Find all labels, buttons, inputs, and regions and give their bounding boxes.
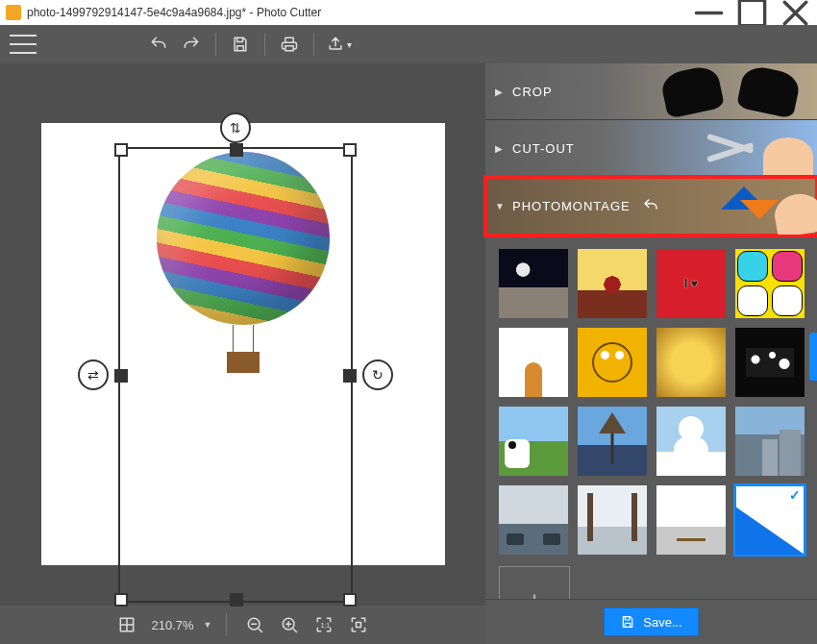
resize-handle-w[interactable] [114,369,128,383]
resize-handle-n[interactable] [230,143,243,157]
window-title: photo-1499792914147-5e4c9a4a9684.jpg* - … [27,6,687,19]
background-thumbnails: + [485,235,817,599]
status-bar: 210.7% ▼ 1:1 [0,606,485,644]
app-icon [6,5,21,20]
share-button[interactable]: ▾ [322,25,355,63]
panel-photomontage-label: PHOTOMONTAGE [512,199,631,213]
resize-handle-sw[interactable] [114,593,128,607]
background-thumb-blank-blue[interactable] [735,485,805,555]
background-thumb-winter-trees[interactable] [578,485,647,555]
resize-handle-e[interactable] [343,369,357,383]
save-icon-button[interactable] [224,25,257,63]
toolbar-divider [215,33,216,56]
flip-vertical-button[interactable]: ⇅ [220,112,251,143]
resize-handle-nw[interactable] [114,143,128,157]
redo-button[interactable] [175,25,208,63]
panel-crop[interactable]: ▶ CROP [485,63,817,120]
grid-toggle-button[interactable] [112,606,141,644]
save-button-label: Save... [643,615,681,630]
crop-illustration [644,63,817,119]
background-thumb-paparazzi[interactable] [735,328,805,397]
zoom-level: 210.7% [151,618,193,632]
background-thumb-tree-sunset[interactable] [578,249,647,318]
selection-box[interactable]: ⇅ ⇄ ↻ [118,147,353,603]
minimize-button[interactable] [687,0,730,25]
reset-photomontage-button[interactable] [642,197,659,214]
side-panel: ▶ CROP ▶ CUT-OUT ▼ PHOTOMONTAGE + [485,63,817,644]
menu-button[interactable] [10,35,37,54]
titlebar: photo-1499792914147-5e4c9a4a9684.jpg* - … [0,0,817,25]
statusbar-divider [226,613,227,636]
zoom-fit-button[interactable] [344,606,373,644]
background-thumb-comic[interactable] [735,249,805,318]
maximize-button[interactable] [730,0,774,25]
expand-icon: ▶ [495,87,504,97]
zoom-dropdown-icon[interactable]: ▼ [204,620,212,630]
panel-cutout[interactable]: ▶ CUT-OUT [485,120,817,177]
main-toolbar: ▾ [0,25,817,63]
background-thumb-monster[interactable] [578,328,647,397]
undo-button[interactable] [142,25,175,63]
panel-crop-label: CROP [512,85,553,99]
background-thumb-moon[interactable] [499,249,568,318]
background-thumb-gondola[interactable] [499,485,568,555]
panel-cutout-label: CUT-OUT [512,141,575,156]
zoom-out-button[interactable] [240,606,269,644]
resize-handle-ne[interactable] [343,143,357,157]
flip-horizontal-button[interactable]: ⇄ [78,359,109,390]
close-button[interactable] [774,0,817,25]
add-background-button[interactable]: + [499,566,570,599]
background-thumb-eiffel[interactable] [578,407,647,476]
resize-handle-s[interactable] [230,593,243,607]
expand-icon: ▶ [495,143,504,154]
panel-photomontage[interactable]: ▼ PHOTOMONTAGE [485,177,817,235]
svg-text:1:1: 1:1 [320,622,330,629]
collapse-icon: ▼ [495,201,506,211]
canvas-viewport[interactable]: ⇅ ⇄ ↻ [0,63,485,606]
zoom-actual-button[interactable]: 1:1 [309,606,338,644]
background-thumb-cow[interactable] [499,407,568,476]
background-thumb-snowman[interactable] [656,407,726,476]
save-bar: Save... [485,599,817,644]
scissors-icon [706,134,759,162]
background-thumb-i-heart[interactable] [656,249,726,318]
toolbar-divider [313,33,314,56]
panel-expand-tab[interactable] [809,333,817,381]
background-thumb-dog[interactable] [499,328,568,397]
save-button[interactable]: Save... [604,607,698,636]
rotate-button[interactable]: ↻ [362,359,393,390]
print-button[interactable] [273,25,306,63]
cutout-illustration [763,137,813,176]
resize-handle-se[interactable] [343,593,357,607]
document-canvas[interactable]: ⇅ ⇄ ↻ [41,123,445,565]
zoom-in-button[interactable] [275,606,304,644]
background-thumb-bokeh-gold[interactable] [656,328,726,397]
background-thumb-city[interactable] [735,407,805,476]
background-thumb-pier[interactable] [656,485,726,555]
toolbar-divider [264,33,265,56]
canvas-area: ⇅ ⇄ ↻ 210.7% ▼ 1:1 [0,63,485,644]
